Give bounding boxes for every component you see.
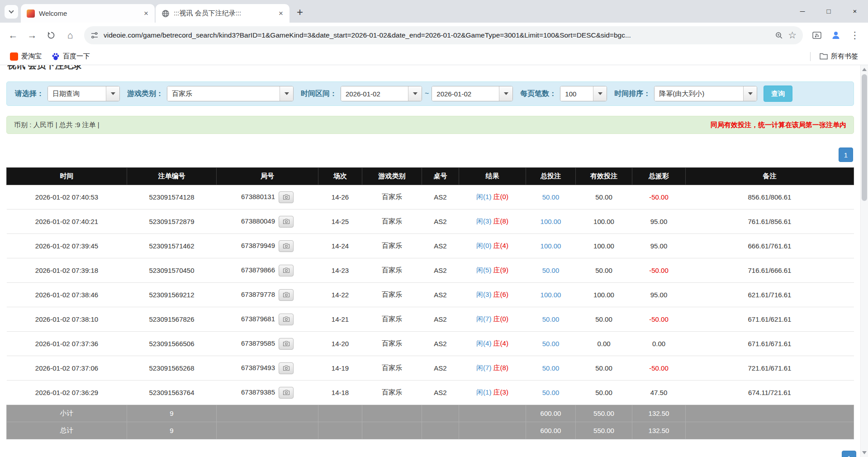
cell-remark: 671.61/621.61 <box>686 307 854 332</box>
filter-panel: 请选择： 游戏类别： 时间区间： ~ <box>6 81 854 106</box>
header-remark: 备注 <box>686 168 854 185</box>
cell-valid-bet: 50.00 <box>576 381 632 405</box>
maximize-button[interactable]: □ <box>816 0 842 22</box>
search-button[interactable]: 查询 <box>764 86 792 102</box>
summary-bar: 币别 : 人民币 | 总共 :9 注单 | 同局有效投注，统一计算在该局第一张注… <box>6 116 854 134</box>
cell-time: 2026-01-02 07:38:46 <box>7 283 127 307</box>
pagination-page-1[interactable]: 1 <box>839 148 853 162</box>
cell-time: 2026-01-02 07:39:45 <box>7 234 127 258</box>
subtotal-payout: 132.50 <box>632 405 686 422</box>
site-settings-icon[interactable] <box>90 31 99 39</box>
cell-time: 2026-01-02 07:37:36 <box>7 332 127 356</box>
scroll-thumb[interactable] <box>862 74 867 201</box>
cell-total-bet[interactable]: 50.00 <box>526 356 576 381</box>
camera-icon[interactable] <box>279 240 294 252</box>
all-bookmarks-button[interactable]: 所有书签 <box>816 50 862 62</box>
pagination-bottom[interactable]: 1 <box>842 451 856 457</box>
camera-icon[interactable] <box>279 387 294 399</box>
close-tab-icon[interactable]: × <box>141 9 151 19</box>
cell-total-bet[interactable]: 100.00 <box>526 209 576 234</box>
close-window-button[interactable]: × <box>842 0 868 22</box>
bookmark-baidu[interactable]: 百度一下 <box>48 50 94 62</box>
sort-dropdown-button[interactable] <box>743 86 757 101</box>
cell-remark: 856.61/806.61 <box>686 185 854 209</box>
cell-total-bet[interactable]: 50.00 <box>526 307 576 332</box>
header-session: 场次 <box>318 168 362 185</box>
game-type-dropdown-button[interactable] <box>280 86 293 101</box>
cell-valid-bet: 50.00 <box>576 307 632 332</box>
records-body: 2026-01-02 07:40:53523091574128673880131… <box>7 185 854 405</box>
table-row: 2026-01-02 07:39:45523091571462673879949… <box>7 234 854 258</box>
scroll-down-icon[interactable] <box>862 451 867 454</box>
camera-icon[interactable] <box>279 191 294 203</box>
select-type-dropdown-button[interactable] <box>106 86 119 101</box>
cell-total-bet[interactable]: 50.00 <box>526 332 576 356</box>
cell-bet-id: 523091567826 <box>127 307 217 332</box>
reload-icon[interactable] <box>43 27 60 44</box>
cell-valid-bet: 100.00 <box>576 209 632 234</box>
camera-icon[interactable] <box>279 338 294 350</box>
scrollbar[interactable] <box>860 65 868 457</box>
sort-input[interactable] <box>655 86 743 101</box>
zoom-icon[interactable] <box>775 31 783 39</box>
cell-total-bet[interactable]: 100.00 <box>526 283 576 307</box>
cell-total-bet[interactable]: 50.00 <box>526 258 576 283</box>
camera-icon[interactable] <box>279 289 294 301</box>
cell-result: 闲(0) 庄(4) <box>459 234 526 258</box>
result-player: 闲(7) <box>476 315 491 323</box>
total-count: 9 <box>127 422 217 439</box>
close-tab-icon[interactable]: × <box>276 9 286 19</box>
per-page-input[interactable] <box>560 86 593 101</box>
date-range-label: 时间区间： <box>301 89 337 99</box>
round-number: 673880131 <box>241 192 275 200</box>
cell-session: 14-18 <box>318 381 362 405</box>
profile-avatar[interactable] <box>827 27 844 44</box>
bookmark-star-icon[interactable]: ☆ <box>788 30 797 41</box>
tab-welcome[interactable]: Welcome × <box>21 4 155 23</box>
cell-total-bet[interactable]: 100.00 <box>526 234 576 258</box>
forward-icon[interactable]: → <box>24 27 41 44</box>
tab-search-button[interactable] <box>5 5 18 19</box>
page-title: 视讯 会员下注纪录 <box>7 65 854 71</box>
bookmark-taobao[interactable]: 爱淘宝 <box>6 50 45 62</box>
all-bookmarks-label: 所有书签 <box>831 52 858 61</box>
new-tab-button[interactable]: + <box>293 5 307 19</box>
cell-time: 2026-01-02 07:40:53 <box>7 185 127 209</box>
tab-betrecord[interactable]: :::视讯 会员下注纪录::: × <box>156 4 289 23</box>
select-type-combo <box>47 86 120 101</box>
camera-icon[interactable] <box>279 265 294 276</box>
table-row: 2026-01-02 07:40:53523091574128673880131… <box>7 185 854 209</box>
cell-game-type: 百家乐 <box>362 209 422 234</box>
camera-icon[interactable] <box>279 216 294 228</box>
result-banker: 庄(4) <box>493 339 508 347</box>
cell-time: 2026-01-02 07:36:29 <box>7 381 127 405</box>
minimize-button[interactable]: ─ <box>789 0 816 22</box>
folder-icon <box>820 52 828 61</box>
camera-icon[interactable] <box>279 314 294 325</box>
menu-icon[interactable]: ⋮ <box>846 27 863 44</box>
media-controls-icon[interactable] <box>808 27 825 44</box>
cell-total-bet[interactable]: 50.00 <box>526 185 576 209</box>
date-end-dropdown-button[interactable] <box>499 86 512 101</box>
game-type-input[interactable] <box>167 86 280 101</box>
back-icon[interactable]: ← <box>5 27 22 44</box>
cell-payout: -50.00 <box>632 185 686 209</box>
select-type-input[interactable] <box>48 86 106 101</box>
cell-valid-bet: 50.00 <box>576 258 632 283</box>
scroll-up-icon[interactable] <box>862 68 867 71</box>
table-row: 2026-01-02 07:36:29523091563764673879385… <box>7 381 854 405</box>
subtotal-valid-bet: 550.00 <box>576 405 632 422</box>
per-page-label: 每页笔数： <box>520 89 556 99</box>
per-page-dropdown-button[interactable] <box>593 86 607 101</box>
sort-combo <box>654 86 757 101</box>
date-end-input[interactable] <box>432 86 499 101</box>
camera-icon[interactable] <box>279 362 294 374</box>
cell-payout: 95.00 <box>632 283 686 307</box>
date-start-dropdown-button[interactable] <box>408 86 422 101</box>
cell-bet-id: 523091563764 <box>127 381 217 405</box>
date-start-input[interactable] <box>341 86 408 101</box>
cell-total-bet[interactable]: 50.00 <box>526 381 576 405</box>
address-bar[interactable]: videoie.com/game/betrecord_search/kind3?… <box>84 26 803 44</box>
home-icon[interactable]: ⌂ <box>62 27 79 44</box>
empty-cell <box>459 405 526 422</box>
